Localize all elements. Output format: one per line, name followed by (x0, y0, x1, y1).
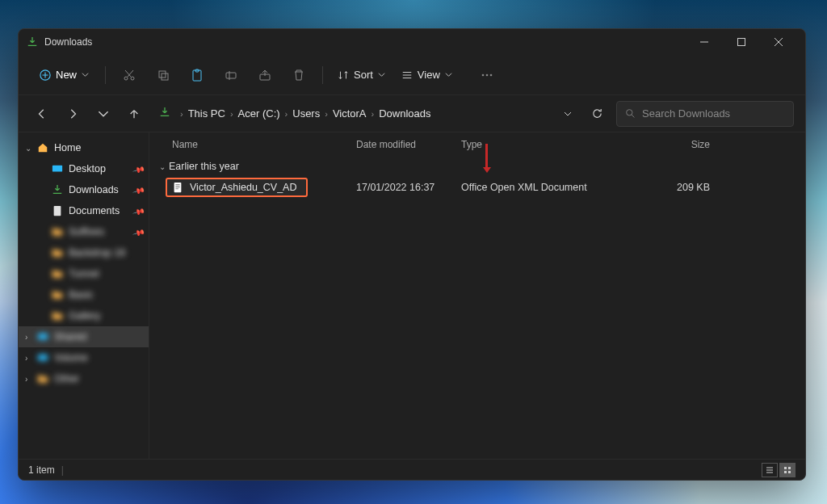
sidebar-item[interactable]: Desktop📌 (19, 158, 149, 179)
downloads-icon (159, 107, 170, 120)
chevron-down-icon: ⌄ (159, 162, 166, 171)
svg-rect-16 (38, 334, 48, 340)
desktop-icon (36, 330, 49, 343)
svg-point-2 (124, 77, 128, 80)
breadcrumb-item[interactable]: Downloads (379, 107, 430, 120)
sidebar-item[interactable]: ›Volume (19, 347, 149, 368)
annotation-highlight: Victor_Ashiedu_CV_AD (166, 178, 308, 197)
maximize-button[interactable] (723, 29, 760, 55)
breadcrumb-item[interactable]: Acer (C:) (238, 107, 280, 120)
statusbar: 1 item | (19, 459, 805, 480)
svg-rect-0 (738, 39, 745, 46)
cut-icon[interactable] (114, 61, 145, 89)
sidebar-item-label: Desktop (69, 163, 134, 174)
documents-icon (51, 204, 64, 217)
breadcrumb-dropdown[interactable] (558, 107, 577, 121)
toolbar: New Sort View (19, 55, 805, 95)
file-row[interactable]: Victor_Ashiedu_CV_AD 17/01/2022 16:37 Of… (149, 176, 805, 199)
recent-button[interactable] (91, 102, 115, 126)
column-type[interactable]: Type (461, 139, 661, 150)
copy-icon[interactable] (148, 61, 178, 89)
svg-rect-19 (784, 467, 787, 469)
search-input[interactable] (642, 107, 785, 120)
view-label: View (418, 69, 440, 81)
sidebar-item-label: Documents (69, 205, 134, 216)
sidebar-item[interactable]: Downloads📌 (19, 179, 149, 200)
group-label: Earlier this year (169, 161, 239, 172)
svg-rect-4 (159, 71, 166, 78)
sidebar-item[interactable]: Gallery (19, 305, 149, 326)
file-explorer-window: Downloads New Sort View (18, 28, 806, 481)
sidebar-item[interactable]: Tunnel (19, 263, 149, 284)
sidebar: ⌄HomeDesktop📌Downloads📌Documents📌Suffixe… (19, 132, 149, 459)
sidebar-item[interactable]: Suffixes📌 (19, 221, 149, 242)
forward-button[interactable] (61, 102, 85, 126)
home-icon (36, 141, 49, 154)
svg-point-10 (482, 74, 485, 76)
group-header[interactable]: ⌄ Earlier this year (149, 157, 805, 176)
column-headers: Name Date modified Type Size (149, 132, 805, 157)
sidebar-item-label: Tunnel (69, 268, 144, 279)
back-button[interactable] (30, 102, 54, 126)
pin-icon: 📌 (132, 183, 145, 196)
breadcrumb-item[interactable]: This PC (188, 107, 225, 120)
addressbar: › This PC› Acer (C:)› Users› VictorA› Do… (19, 95, 805, 132)
column-date[interactable]: Date modified (356, 139, 461, 150)
file-list: Name Date modified Type Size ⌄ Earlier t… (149, 132, 805, 459)
titlebar[interactable]: Downloads (19, 29, 805, 55)
item-count: 1 item (28, 464, 55, 476)
sidebar-item[interactable]: Documents📌 (19, 200, 149, 221)
breadcrumb[interactable]: › This PC› Acer (C:)› Users› VictorA› Do… (153, 101, 552, 127)
folder-icon (51, 288, 64, 301)
sidebar-item[interactable]: ⌄Home (19, 137, 149, 158)
sidebar-item[interactable]: Basic (19, 284, 149, 305)
sort-button[interactable]: Sort (331, 64, 392, 86)
svg-point-13 (627, 110, 632, 116)
details-view-button[interactable] (762, 463, 778, 477)
paste-icon[interactable] (182, 61, 212, 89)
folder-icon (51, 309, 64, 322)
up-button[interactable] (122, 102, 146, 126)
delete-icon[interactable] (283, 61, 314, 89)
svg-rect-8 (226, 73, 236, 78)
folder-icon (36, 372, 49, 385)
search-box[interactable] (616, 101, 794, 127)
breadcrumb-item[interactable]: VictorA (333, 107, 367, 120)
folder-icon (51, 225, 64, 238)
close-button[interactable] (760, 29, 797, 55)
svg-point-3 (131, 77, 134, 80)
annotation-arrow (485, 144, 488, 168)
share-icon[interactable] (250, 61, 280, 89)
minimize-button[interactable] (686, 29, 723, 55)
desktop-icon (51, 162, 64, 175)
folder-icon (51, 267, 64, 280)
file-date: 17/01/2022 16:37 (356, 182, 461, 193)
refresh-button[interactable] (584, 101, 610, 127)
breadcrumb-item[interactable]: Users (292, 107, 320, 120)
view-button[interactable]: View (395, 64, 459, 86)
downloads-icon (51, 183, 64, 196)
downloads-icon (27, 36, 38, 48)
svg-point-11 (486, 74, 489, 76)
sidebar-item[interactable]: ›Shared (19, 326, 149, 347)
sort-label: Sort (354, 69, 373, 81)
column-size[interactable]: Size (661, 139, 710, 150)
window-title: Downloads (44, 36, 686, 48)
sidebar-item-label: Shared (54, 331, 144, 342)
svg-rect-15 (54, 206, 61, 216)
icons-view-button[interactable] (779, 463, 796, 477)
sidebar-item-label: Home (54, 142, 144, 153)
sidebar-item[interactable]: Backdrop 18 (19, 242, 149, 263)
more-icon[interactable] (472, 61, 502, 89)
sidebar-item[interactable]: ›Other (19, 368, 149, 389)
pin-icon: 📌 (132, 204, 145, 217)
sidebar-item-label: Volume (54, 352, 144, 363)
desktop-icon (36, 351, 49, 364)
column-name[interactable]: Name (172, 139, 356, 150)
new-button[interactable]: New (31, 64, 97, 86)
chevron-icon: ⌄ (25, 144, 36, 153)
rename-icon[interactable] (216, 61, 246, 89)
chevron-icon: › (25, 354, 36, 363)
svg-point-12 (490, 74, 493, 76)
svg-rect-20 (788, 467, 791, 469)
